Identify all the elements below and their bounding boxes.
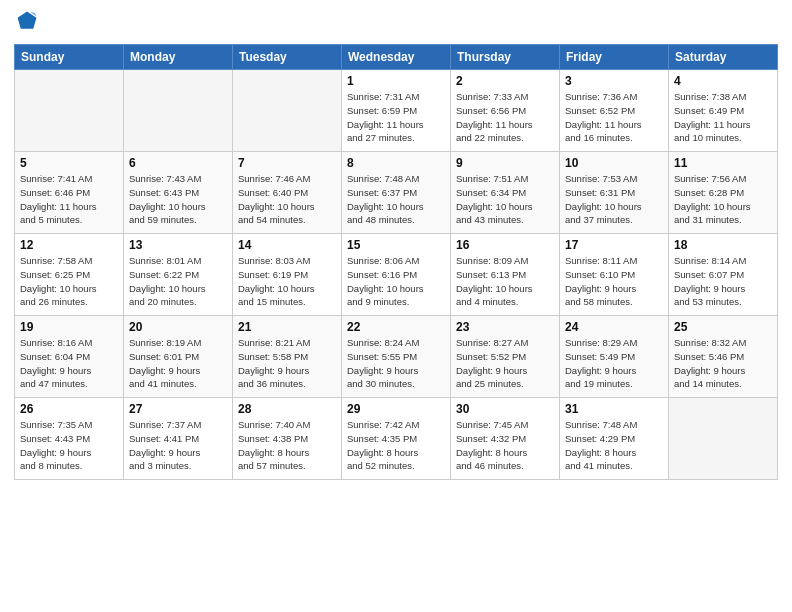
day-number: 26 <box>20 402 118 416</box>
day-info: Sunrise: 8:06 AM Sunset: 6:16 PM Dayligh… <box>347 254 445 309</box>
day-number: 15 <box>347 238 445 252</box>
logo <box>14 10 40 36</box>
calendar-cell: 20Sunrise: 8:19 AM Sunset: 6:01 PM Dayli… <box>124 316 233 398</box>
calendar-cell: 14Sunrise: 8:03 AM Sunset: 6:19 PM Dayli… <box>233 234 342 316</box>
day-info: Sunrise: 7:40 AM Sunset: 4:38 PM Dayligh… <box>238 418 336 473</box>
day-info: Sunrise: 8:21 AM Sunset: 5:58 PM Dayligh… <box>238 336 336 391</box>
day-number: 20 <box>129 320 227 334</box>
calendar-cell: 25Sunrise: 8:32 AM Sunset: 5:46 PM Dayli… <box>669 316 778 398</box>
day-number: 4 <box>674 74 772 88</box>
day-number: 10 <box>565 156 663 170</box>
calendar-cell: 29Sunrise: 7:42 AM Sunset: 4:35 PM Dayli… <box>342 398 451 480</box>
calendar-cell: 30Sunrise: 7:45 AM Sunset: 4:32 PM Dayli… <box>451 398 560 480</box>
day-info: Sunrise: 7:58 AM Sunset: 6:25 PM Dayligh… <box>20 254 118 309</box>
day-number: 6 <box>129 156 227 170</box>
day-info: Sunrise: 7:37 AM Sunset: 4:41 PM Dayligh… <box>129 418 227 473</box>
day-info: Sunrise: 8:32 AM Sunset: 5:46 PM Dayligh… <box>674 336 772 391</box>
header <box>14 10 778 36</box>
week-row-1: 1Sunrise: 7:31 AM Sunset: 6:59 PM Daylig… <box>15 70 778 152</box>
calendar-cell: 18Sunrise: 8:14 AM Sunset: 6:07 PM Dayli… <box>669 234 778 316</box>
weekday-header-sunday: Sunday <box>15 45 124 70</box>
calendar-cell: 8Sunrise: 7:48 AM Sunset: 6:37 PM Daylig… <box>342 152 451 234</box>
day-info: Sunrise: 7:46 AM Sunset: 6:40 PM Dayligh… <box>238 172 336 227</box>
day-info: Sunrise: 8:29 AM Sunset: 5:49 PM Dayligh… <box>565 336 663 391</box>
day-info: Sunrise: 8:01 AM Sunset: 6:22 PM Dayligh… <box>129 254 227 309</box>
calendar-cell: 15Sunrise: 8:06 AM Sunset: 6:16 PM Dayli… <box>342 234 451 316</box>
day-info: Sunrise: 7:53 AM Sunset: 6:31 PM Dayligh… <box>565 172 663 227</box>
day-info: Sunrise: 8:24 AM Sunset: 5:55 PM Dayligh… <box>347 336 445 391</box>
day-info: Sunrise: 7:33 AM Sunset: 6:56 PM Dayligh… <box>456 90 554 145</box>
day-number: 31 <box>565 402 663 416</box>
day-number: 14 <box>238 238 336 252</box>
day-info: Sunrise: 7:31 AM Sunset: 6:59 PM Dayligh… <box>347 90 445 145</box>
day-number: 28 <box>238 402 336 416</box>
calendar-cell: 26Sunrise: 7:35 AM Sunset: 4:43 PM Dayli… <box>15 398 124 480</box>
day-number: 16 <box>456 238 554 252</box>
calendar-cell: 11Sunrise: 7:56 AM Sunset: 6:28 PM Dayli… <box>669 152 778 234</box>
weekday-header-friday: Friday <box>560 45 669 70</box>
day-number: 18 <box>674 238 772 252</box>
calendar-cell: 22Sunrise: 8:24 AM Sunset: 5:55 PM Dayli… <box>342 316 451 398</box>
day-number: 25 <box>674 320 772 334</box>
calendar-cell: 13Sunrise: 8:01 AM Sunset: 6:22 PM Dayli… <box>124 234 233 316</box>
day-info: Sunrise: 7:48 AM Sunset: 6:37 PM Dayligh… <box>347 172 445 227</box>
week-row-5: 26Sunrise: 7:35 AM Sunset: 4:43 PM Dayli… <box>15 398 778 480</box>
week-row-4: 19Sunrise: 8:16 AM Sunset: 6:04 PM Dayli… <box>15 316 778 398</box>
calendar-cell: 2Sunrise: 7:33 AM Sunset: 6:56 PM Daylig… <box>451 70 560 152</box>
calendar-cell: 31Sunrise: 7:48 AM Sunset: 4:29 PM Dayli… <box>560 398 669 480</box>
calendar-cell: 23Sunrise: 8:27 AM Sunset: 5:52 PM Dayli… <box>451 316 560 398</box>
calendar-cell: 3Sunrise: 7:36 AM Sunset: 6:52 PM Daylig… <box>560 70 669 152</box>
calendar-cell: 4Sunrise: 7:38 AM Sunset: 6:49 PM Daylig… <box>669 70 778 152</box>
calendar-cell <box>669 398 778 480</box>
day-info: Sunrise: 7:43 AM Sunset: 6:43 PM Dayligh… <box>129 172 227 227</box>
calendar-cell <box>15 70 124 152</box>
day-number: 17 <box>565 238 663 252</box>
calendar-cell: 9Sunrise: 7:51 AM Sunset: 6:34 PM Daylig… <box>451 152 560 234</box>
day-info: Sunrise: 7:35 AM Sunset: 4:43 PM Dayligh… <box>20 418 118 473</box>
day-info: Sunrise: 7:51 AM Sunset: 6:34 PM Dayligh… <box>456 172 554 227</box>
day-number: 24 <box>565 320 663 334</box>
calendar-cell: 27Sunrise: 7:37 AM Sunset: 4:41 PM Dayli… <box>124 398 233 480</box>
day-number: 12 <box>20 238 118 252</box>
calendar-cell: 5Sunrise: 7:41 AM Sunset: 6:46 PM Daylig… <box>15 152 124 234</box>
day-number: 19 <box>20 320 118 334</box>
calendar-cell: 28Sunrise: 7:40 AM Sunset: 4:38 PM Dayli… <box>233 398 342 480</box>
day-number: 21 <box>238 320 336 334</box>
day-info: Sunrise: 8:09 AM Sunset: 6:13 PM Dayligh… <box>456 254 554 309</box>
day-info: Sunrise: 7:48 AM Sunset: 4:29 PM Dayligh… <box>565 418 663 473</box>
weekday-header-thursday: Thursday <box>451 45 560 70</box>
day-number: 2 <box>456 74 554 88</box>
week-row-3: 12Sunrise: 7:58 AM Sunset: 6:25 PM Dayli… <box>15 234 778 316</box>
day-info: Sunrise: 7:42 AM Sunset: 4:35 PM Dayligh… <box>347 418 445 473</box>
weekday-header-wednesday: Wednesday <box>342 45 451 70</box>
day-info: Sunrise: 7:36 AM Sunset: 6:52 PM Dayligh… <box>565 90 663 145</box>
day-number: 3 <box>565 74 663 88</box>
calendar-cell: 16Sunrise: 8:09 AM Sunset: 6:13 PM Dayli… <box>451 234 560 316</box>
calendar-table: SundayMondayTuesdayWednesdayThursdayFrid… <box>14 44 778 480</box>
weekday-header-saturday: Saturday <box>669 45 778 70</box>
day-number: 27 <box>129 402 227 416</box>
calendar-cell: 1Sunrise: 7:31 AM Sunset: 6:59 PM Daylig… <box>342 70 451 152</box>
day-info: Sunrise: 7:56 AM Sunset: 6:28 PM Dayligh… <box>674 172 772 227</box>
day-info: Sunrise: 8:19 AM Sunset: 6:01 PM Dayligh… <box>129 336 227 391</box>
day-number: 30 <box>456 402 554 416</box>
week-row-2: 5Sunrise: 7:41 AM Sunset: 6:46 PM Daylig… <box>15 152 778 234</box>
day-info: Sunrise: 8:03 AM Sunset: 6:19 PM Dayligh… <box>238 254 336 309</box>
day-info: Sunrise: 8:11 AM Sunset: 6:10 PM Dayligh… <box>565 254 663 309</box>
day-number: 1 <box>347 74 445 88</box>
weekday-header-monday: Monday <box>124 45 233 70</box>
calendar-cell: 6Sunrise: 7:43 AM Sunset: 6:43 PM Daylig… <box>124 152 233 234</box>
calendar-cell: 10Sunrise: 7:53 AM Sunset: 6:31 PM Dayli… <box>560 152 669 234</box>
calendar-cell <box>124 70 233 152</box>
weekday-header-tuesday: Tuesday <box>233 45 342 70</box>
day-number: 8 <box>347 156 445 170</box>
logo-icon <box>16 10 38 32</box>
calendar-cell: 7Sunrise: 7:46 AM Sunset: 6:40 PM Daylig… <box>233 152 342 234</box>
day-number: 13 <box>129 238 227 252</box>
day-number: 23 <box>456 320 554 334</box>
day-number: 9 <box>456 156 554 170</box>
day-info: Sunrise: 8:27 AM Sunset: 5:52 PM Dayligh… <box>456 336 554 391</box>
day-number: 29 <box>347 402 445 416</box>
calendar-cell: 19Sunrise: 8:16 AM Sunset: 6:04 PM Dayli… <box>15 316 124 398</box>
day-info: Sunrise: 7:45 AM Sunset: 4:32 PM Dayligh… <box>456 418 554 473</box>
